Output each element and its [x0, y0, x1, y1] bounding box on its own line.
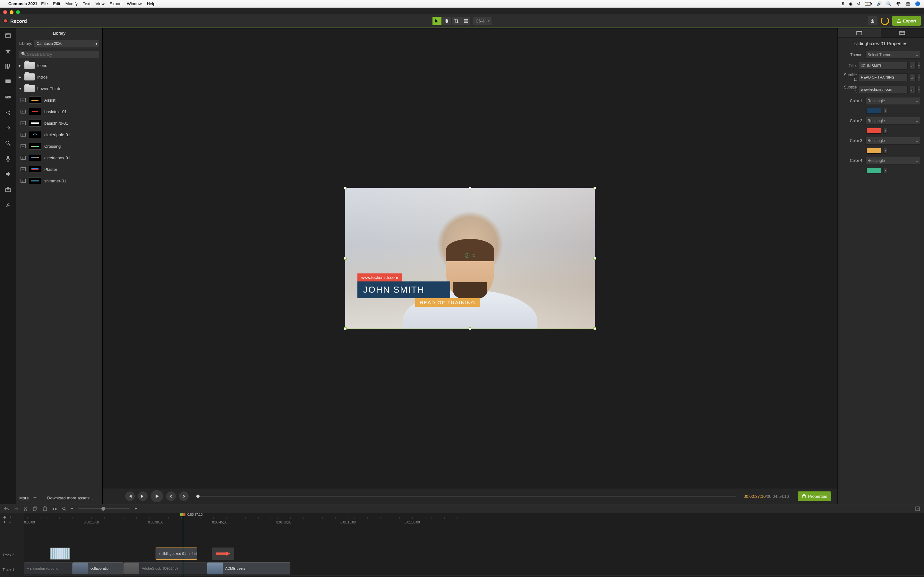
status-battery-icon[interactable]: ⚡ — [865, 2, 872, 6]
status-s-icon[interactable]: S — [842, 1, 845, 6]
app-name[interactable]: Camtasia 2021 — [8, 1, 37, 6]
svg-rect-4 — [906, 2, 908, 3]
svg-rect-5 — [908, 2, 910, 3]
menu-help[interactable]: Help — [147, 1, 156, 6]
svg-point-3 — [898, 5, 899, 5]
menu-modify[interactable]: Modify — [65, 1, 78, 6]
status-siri-icon[interactable]: 🔵 — [915, 1, 920, 6]
menu-view[interactable]: View — [95, 1, 105, 6]
menu-export[interactable]: Export — [110, 1, 122, 6]
status-control-icon[interactable] — [905, 2, 911, 6]
menu-window[interactable]: Window — [127, 1, 142, 6]
menu-file[interactable]: File — [41, 1, 48, 6]
status-search-icon[interactable]: 🔍 — [886, 1, 891, 6]
svg-rect-1 — [871, 3, 872, 5]
status-wifi-icon[interactable] — [896, 2, 901, 6]
status-play-icon[interactable]: ◉ — [849, 1, 853, 6]
menu-text[interactable]: Text — [83, 1, 90, 6]
menu-edit[interactable]: Edit — [53, 1, 60, 6]
macos-menubar: Camtasia 2021 File Edit Modify Text View… — [0, 0, 924, 8]
svg-text:⚡: ⚡ — [866, 3, 869, 5]
status-volume-icon[interactable]: 🔊 — [877, 1, 882, 6]
svg-rect-6 — [906, 4, 910, 5]
status-clock-icon[interactable]: ↺ — [857, 1, 861, 6]
